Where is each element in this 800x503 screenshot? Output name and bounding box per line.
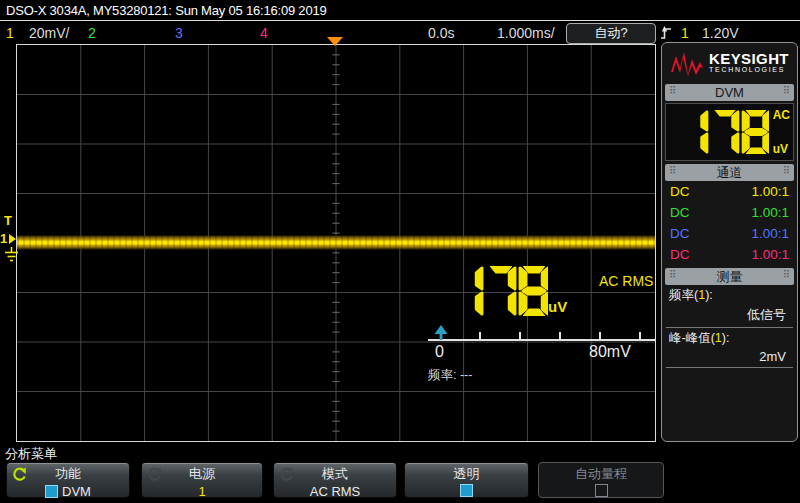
channel-row-4: DC 1.00:1: [665, 244, 794, 265]
channel1-scale: 20mV/: [29, 25, 69, 41]
softkey-source[interactable]: 电源 1: [141, 462, 263, 498]
softkey-label: 自动量程: [539, 465, 663, 483]
grip-dots-icon: ⠿: [783, 85, 790, 96]
keysight-logo: KEYSIGHT TECHNOLOGIES: [662, 43, 797, 83]
auto-trigger-button[interactable]: 自动?: [566, 23, 656, 44]
softkey-label: 透明: [405, 465, 528, 483]
dvm-overlay-frequency: 频率: ---: [428, 367, 472, 384]
channel-row-1: DC 1.00:1: [665, 181, 794, 202]
delay-readout: 0.0s: [428, 25, 454, 41]
dvm-scale-max: 80mV: [589, 343, 631, 361]
dvm-overlay-digits: [454, 266, 548, 316]
channel2-label: 2: [88, 25, 96, 41]
dvm-scale-pointer-icon: [433, 325, 449, 340]
dvm-overlay-unit: uV: [548, 298, 567, 315]
trigger-level-marker[interactable]: T: [4, 213, 12, 228]
checkbox-unchecked: [595, 484, 608, 497]
channel-coupling: DC: [670, 184, 690, 199]
channels-panel-header[interactable]: ⠿ 通道 ⠿: [665, 164, 794, 181]
dvm-panel: ⠿ DVM ⠿ AC uV: [665, 84, 794, 161]
measure-panel-header[interactable]: ⠿ 测量 ⠿: [665, 268, 794, 285]
grip-dots-icon: ⠿: [783, 269, 790, 280]
dvm-scale-tick: [479, 332, 481, 339]
separator: [666, 367, 793, 368]
brand-sub: TECHNOLOGIES: [709, 66, 789, 74]
trigger-position-marker[interactable]: [327, 37, 343, 46]
title-bar: DSO-X 3034A, MY53280121: Sun May 05 16:1…: [6, 3, 326, 18]
channels-panel: ⠿ 通道 ⠿ DC 1.00:1 DC 1.00:1 DC 1.00:1 DC …: [665, 164, 794, 265]
channel-probe-ratio: 1.00:1: [751, 247, 789, 262]
timebase-readout: 1.000ms/: [497, 25, 555, 41]
channel1-reference-marker[interactable]: 1: [0, 231, 7, 246]
separator-line: [0, 20, 800, 21]
dvm-panel-title: DVM: [715, 85, 744, 100]
dvm-display: AC uV: [665, 103, 794, 161]
channel-coupling: DC: [670, 205, 690, 220]
measure-item-peak-peak: 峰-峰值(1): 2mV: [665, 328, 794, 368]
measure-panel-title: 测量: [717, 268, 743, 286]
channel-probe-ratio: 1.00:1: [751, 226, 789, 241]
trigger-source: 1: [681, 25, 689, 41]
softkey-value: AC RMS: [274, 484, 396, 499]
channel-coupling: DC: [670, 226, 690, 241]
measure-label: 频率(1):: [665, 285, 794, 305]
measure-item-frequency: 频率(1): 低信号: [665, 285, 794, 328]
softkey-value: 1: [142, 484, 262, 499]
channels-panel-title: 通道: [717, 164, 743, 182]
softkey-mode[interactable]: 模式 AC RMS: [273, 462, 397, 498]
menu-title: 分析菜单: [5, 445, 57, 463]
trigger-slope-icon: [660, 25, 672, 41]
brand-name: KEYSIGHT: [709, 52, 789, 66]
dvm-scale-tick: [639, 332, 641, 339]
rotary-knob-icon: [279, 467, 294, 482]
dvm-scale-tick: [559, 332, 561, 339]
dvm-digits: [681, 110, 769, 154]
trigger-level: 1.20V: [702, 25, 739, 41]
grip-dots-icon: ⠿: [783, 165, 790, 176]
channel3-label: 3: [175, 25, 183, 41]
ground-icon: [4, 247, 19, 262]
dvm-coupling: AC: [773, 108, 790, 122]
measure-value: 低信号: [665, 305, 794, 327]
keysight-spark-icon: [670, 50, 704, 76]
dvm-scale-tick: [599, 332, 601, 339]
grip-dots-icon: ⠿: [669, 85, 676, 96]
checkbox-checked: [45, 485, 58, 498]
softkey-transparent[interactable]: 透明: [404, 462, 529, 498]
grip-dots-icon: ⠿: [669, 165, 676, 176]
measure-panel: ⠿ 测量 ⠿ 频率(1): 低信号 峰-峰值(1): 2mV: [665, 268, 794, 368]
dvm-panel-header[interactable]: ⠿ DVM ⠿: [665, 84, 794, 101]
channel-row-2: DC 1.00:1: [665, 202, 794, 223]
measure-value: 2mV: [665, 348, 794, 367]
softkey-function[interactable]: 功能 DVM: [6, 462, 130, 498]
dvm-scale-line: [428, 339, 656, 341]
dvm-overlay-mode: AC RMS: [599, 273, 653, 289]
channel1-reference-arrow-icon: [9, 234, 16, 244]
channel4-label: 4: [260, 25, 268, 41]
channel-coupling: DC: [670, 247, 690, 262]
channel1-label: 1: [6, 25, 14, 41]
sidebar: KEYSIGHT TECHNOLOGIES ⠿ DVM ⠿ AC uV ⠿ 通道…: [661, 42, 798, 442]
measure-label: 峰-峰值(1):: [665, 328, 794, 348]
checkbox-checked: [460, 484, 473, 497]
channel-probe-ratio: 1.00:1: [751, 184, 789, 199]
dvm-scale-tick: [519, 332, 521, 339]
softkey-autorange: 自动量程: [538, 462, 664, 498]
dvm-scale-min: 0: [435, 343, 444, 361]
dvm-unit: uV: [773, 142, 790, 156]
softkey-value: DVM: [62, 484, 91, 499]
rotary-knob-icon: [147, 467, 162, 482]
channel-row-3: DC 1.00:1: [665, 223, 794, 244]
rotary-knob-icon: [12, 467, 27, 482]
waveform-trace-ch1: [17, 235, 655, 250]
channel-probe-ratio: 1.00:1: [751, 205, 789, 220]
grip-dots-icon: ⠿: [669, 269, 676, 280]
